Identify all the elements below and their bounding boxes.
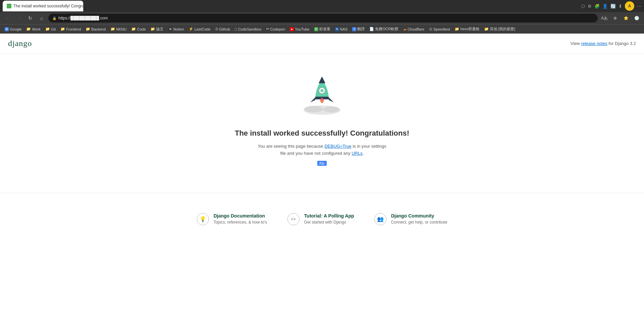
card-tutorial-content: Tutorial: A Polling App Get started with… <box>304 213 354 225</box>
release-notes-link[interactable]: release notes <box>581 41 607 46</box>
forward-button[interactable]: → <box>14 13 24 23</box>
reload-button[interactable]: ↻ <box>26 13 35 23</box>
chrome-minimize[interactable]: ⬡ <box>581 4 585 9</box>
folder-icon: 📁 <box>45 27 50 31</box>
youtube-icon: ▶ <box>290 27 294 31</box>
release-notes-area: View release notes for Django 3.2 <box>570 41 636 46</box>
bookmark-lunwen-label: 論文 <box>156 27 164 32</box>
bookmark-cloudflare[interactable]: ☁ Cloudflare <box>401 26 426 32</box>
qianchong-icon: 钜 <box>314 27 318 31</box>
reload-icon: ↻ <box>28 15 32 21</box>
translate-popup[interactable]: Aあ <box>317 161 327 166</box>
bookmark-lunwen[interactable]: 📁 論文 <box>148 26 166 32</box>
bookmark-leetcode[interactable]: ⚡ LeetCode <box>187 26 213 32</box>
community-icon: 👥 <box>374 213 386 225</box>
bookmark-codesandbox-label: CodeSandbox <box>238 27 262 31</box>
back-icon: ← <box>5 15 10 21</box>
svg-marker-3 <box>319 77 325 83</box>
debug-link[interactable]: DEBUG=True <box>324 144 351 149</box>
chrome-extensions[interactable]: 🧩 <box>594 4 600 9</box>
urls-link[interactable]: URLs <box>352 151 363 156</box>
bookmark-codepen[interactable]: ✏ Codepen <box>264 26 287 32</box>
address-bar[interactable]: 🔒 <box>48 14 598 22</box>
tab-favicon <box>7 4 11 8</box>
bookmark-git[interactable]: 📁 Git <box>43 26 58 32</box>
rocket-illustration <box>288 74 356 119</box>
svg-point-8 <box>321 100 323 103</box>
bookmark-youtube[interactable]: ▶ YouTube <box>288 27 311 32</box>
bookmark-work[interactable]: 📁 Work <box>24 26 42 32</box>
folder-icon: 📁 <box>110 27 115 31</box>
leetcode-icon: ⚡ <box>189 27 193 31</box>
home-button[interactable]: ⌂ <box>37 13 46 23</box>
user-avatar[interactable]: A <box>625 1 634 11</box>
tutorial-title[interactable]: Tutorial: A Polling App <box>304 213 354 219</box>
django-header: django View release notes for Django 3.2 <box>0 34 644 54</box>
bookmark-translate-label: 翻譯 <box>357 27 365 32</box>
desc-end: . <box>363 151 364 156</box>
chrome-sync[interactable]: 🔄 <box>610 4 616 9</box>
nas-icon: N <box>335 27 339 31</box>
bookmark-youtube-label: YouTube <box>295 27 309 31</box>
folder-icon: 📁 <box>60 27 65 31</box>
bookmark-codesandbox[interactable]: □ CodeSandbox <box>233 27 263 32</box>
chrome-menu[interactable]: ⋯ <box>637 4 641 9</box>
chrome-profile[interactable]: 👤 <box>602 4 608 9</box>
bookmark-nas-label: NAS <box>340 27 348 31</box>
folder-icon: 📁 <box>131 27 136 31</box>
history-button[interactable]: 🕐 <box>632 13 641 23</box>
bookmark-github[interactable]: ⊙ Github <box>213 26 232 32</box>
bookmark-nknu[interactable]: 📁 NKNU <box>108 26 129 32</box>
bookmark-nknu-label: NKNU <box>116 27 127 31</box>
svg-point-2 <box>323 106 339 112</box>
chrome-settings[interactable]: ⚙ <box>588 4 592 9</box>
github-icon: ⊙ <box>215 27 218 31</box>
bookmark-nas[interactable]: N NAS <box>333 27 350 32</box>
url-input[interactable] <box>58 16 594 20</box>
community-desc: Connect, get help, or contribute <box>391 220 447 225</box>
bookmark-button[interactable]: ⭐ <box>621 13 631 23</box>
docs-title[interactable]: Django Documentation <box>214 213 267 219</box>
rocket-svg <box>288 74 356 117</box>
bookmark-hexo[interactable]: 📁 hexo郭蕭格 <box>453 26 481 32</box>
folder-icon: 📁 <box>26 27 31 31</box>
bookmark-notion-label: Notion <box>173 27 184 31</box>
bookmark-codepen-label: Codepen <box>270 27 285 31</box>
bookmark-others[interactable]: 📁 其他 [我的最愛] <box>482 26 517 32</box>
active-tab[interactable]: The install worked successfully! Congrat… <box>3 1 83 11</box>
bookmark-speedtest-label: Speedtest <box>433 27 450 31</box>
bookmark-qianchong[interactable]: 钜 鉅進量 <box>312 26 332 32</box>
bookmark-cloudflare-label: Cloudflare <box>408 27 424 31</box>
zoom-button[interactable]: ⊕ <box>610 13 620 23</box>
bookmark-notion[interactable]: N Notion <box>166 27 186 32</box>
bookmark-others-label: 其他 [我的最愛] <box>490 27 515 32</box>
bookmark-qianchong-label: 鉅進量 <box>319 27 330 32</box>
bookmark-hexo-label: hexo郭蕭格 <box>460 27 479 32</box>
translate-icon: T <box>352 27 356 31</box>
community-title[interactable]: Django Community <box>391 213 447 219</box>
cloudflare-icon: ☁ <box>403 27 407 31</box>
tab-bar: The install worked successfully! Congrat… <box>0 0 644 12</box>
svg-point-1 <box>304 106 323 112</box>
svg-point-5 <box>320 89 324 92</box>
lock-icon: 🔒 <box>52 16 56 20</box>
tutorial-icon: <> <box>287 213 300 225</box>
bookmark-google[interactable]: G Google <box>3 27 24 32</box>
bookmark-backend[interactable]: 📁 Backend <box>84 26 108 32</box>
codepen-icon: ✏ <box>266 27 269 31</box>
translate-popup-area: Aあ <box>317 160 327 166</box>
bookmark-translate[interactable]: T 翻譯 <box>350 26 367 32</box>
bookmark-frontend[interactable]: 📁 Frontend <box>58 26 83 32</box>
back-button[interactable]: ← <box>3 13 12 23</box>
bookmark-ocr[interactable]: 📄 免費OCR軟體 <box>367 26 400 32</box>
bookmark-code[interactable]: 📁 Code <box>129 26 148 32</box>
bookmark-speedtest[interactable]: ◎ Speedtest <box>427 26 452 32</box>
translate-button[interactable]: Aあ <box>600 13 609 23</box>
card-docs-content: Django Documentation Topics, references,… <box>214 213 267 225</box>
bookmark-work-label: Work <box>32 27 40 31</box>
chrome-download[interactable]: ⬇ <box>618 4 622 9</box>
bookmark-git-label: Git <box>51 27 56 31</box>
django-logo: django <box>8 39 32 48</box>
success-description: You are seeing this page because DEBUG=T… <box>255 143 389 157</box>
bookmark-backend-label: Backend <box>91 27 106 31</box>
